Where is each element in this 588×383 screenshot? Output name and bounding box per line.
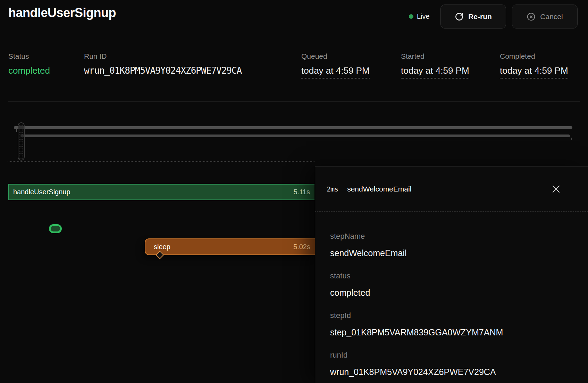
refresh-icon (455, 12, 464, 21)
field-value: step_01K8PM5VARM839GGA0WZYM7ANM (330, 327, 574, 337)
meta-queued: Queued today at 4:59 PM (301, 52, 370, 79)
gantt-top-border (8, 161, 314, 162)
step-detail-panel: 2ms sendWelcomeEmail stepName sendWelcom… (315, 166, 588, 383)
page-title: handleUserSignup (8, 6, 116, 20)
field-stepName: stepName sendWelcomeEmail (330, 232, 574, 258)
field-label: stepName (330, 232, 574, 241)
timeline-brush-handle[interactable] (18, 122, 25, 161)
gantt-bar-sleep[interactable]: sleep 5.02s (145, 238, 315, 255)
minimap-bar-sleep (20, 135, 570, 137)
meta-started-label: Started (401, 52, 469, 60)
gantt-bar-handleUserSignup[interactable]: handleUserSignup 5.11s (8, 184, 314, 200)
meta-queued-value: today at 4:59 PM (301, 65, 370, 79)
meta-run-id-value: wrun_01K8PM5VA9Y024XZ6PWE7V29CA (84, 65, 242, 76)
meta-completed-label: Completed (500, 52, 568, 60)
workflow-run-page: handleUserSignup Live Re-run Cancel Stat… (0, 0, 588, 383)
meta-started-value: today at 4:59 PM (401, 65, 469, 79)
meta-status-value: completed (8, 65, 50, 76)
header-divider (8, 101, 580, 102)
field-value: wrun_01K8PM5VA9Y024XZ6PWE7V29CA (330, 367, 574, 377)
minimap-tick-left (16, 129, 17, 132)
field-runId: runId wrun_01K8PM5VA9Y024XZ6PWE7V29CA (330, 351, 574, 377)
field-status: status completed (330, 271, 574, 298)
gantt-bar-duration: 5.02s (293, 243, 310, 251)
meta-status-label: Status (8, 52, 50, 60)
close-icon (551, 184, 561, 194)
meta-queued-label: Queued (301, 52, 370, 60)
field-stepId: stepId step_01K8PM5VARM839GGA0WZYM7ANM (330, 311, 574, 337)
gantt-bar-label: handleUserSignup (13, 188, 70, 196)
cancel-circle-x-icon (527, 12, 536, 21)
field-label: runId (330, 351, 574, 360)
gantt-bar-duration: 5.11s (294, 188, 310, 196)
cancel-button-label: Cancel (540, 13, 563, 21)
live-status-dot-icon (409, 14, 413, 19)
meta-status: Status completed (8, 52, 50, 76)
rerun-button[interactable]: Re-run (440, 5, 506, 28)
gantt-step-marker-sendWelcomeEmail[interactable] (49, 224, 62, 233)
field-label: stepId (330, 311, 574, 320)
gantt-bar-label: sleep (154, 243, 170, 251)
close-panel-button[interactable] (551, 184, 561, 194)
rerun-button-label: Re-run (468, 13, 492, 21)
meta-run-id: Run ID wrun_01K8PM5VA9Y024XZ6PWE7V29CA (84, 52, 242, 76)
meta-completed: Completed today at 4:59 PM (500, 52, 568, 79)
field-label: status (330, 271, 574, 280)
step-duration-badge: 2ms (327, 185, 338, 193)
cancel-button[interactable]: Cancel (512, 5, 578, 28)
live-label: Live (417, 13, 430, 21)
field-value: completed (330, 287, 574, 298)
live-toggle[interactable]: Live (409, 11, 430, 22)
step-detail-header: 2ms sendWelcomeEmail (315, 167, 588, 212)
meta-completed-value: today at 4:59 PM (500, 65, 568, 79)
step-detail-body: stepName sendWelcomeEmail status complet… (315, 212, 588, 377)
meta-run-id-label: Run ID (84, 52, 242, 60)
step-detail-title: sendWelcomeEmail (347, 185, 411, 193)
meta-started: Started today at 4:59 PM (401, 52, 469, 79)
minimap-bar-root (14, 126, 572, 129)
field-value: sendWelcomeEmail (330, 248, 574, 258)
minimap-tick-right (571, 138, 572, 140)
